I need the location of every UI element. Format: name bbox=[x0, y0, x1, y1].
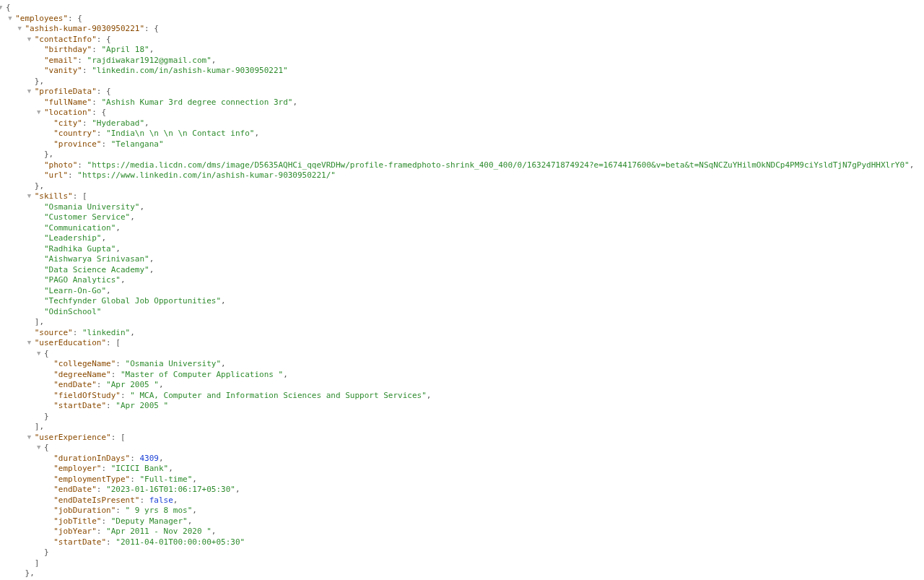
kv-degreeName: "degreeName": "Master of Computer Applic… bbox=[6, 370, 924, 381]
skill-item: "OdinSchool" bbox=[6, 307, 924, 318]
collapse-toggle[interactable]: ▼ bbox=[27, 86, 35, 97]
kv-edu-startDate: "startDate": "Apr 2005 " bbox=[6, 401, 924, 412]
kv-collegeName: "collegeName": "Osmania University", bbox=[6, 359, 924, 370]
collapse-toggle[interactable]: ▼ bbox=[27, 337, 35, 348]
kv-city: "city": "Hyderabad", bbox=[6, 118, 924, 129]
kv-birthday: "birthday": "April 18", bbox=[6, 45, 924, 56]
close-userEducation: ], bbox=[6, 422, 924, 433]
key-location: ▼"location": { bbox=[6, 108, 924, 118]
json-tree-viewer: ▼{ ▼"employees": { ▼"ashish-kumar-903095… bbox=[0, 0, 924, 580]
key-profileData: ▼"profileData": { bbox=[6, 87, 924, 98]
collapse-toggle[interactable]: ▼ bbox=[27, 432, 35, 443]
collapse-toggle[interactable]: ▼ bbox=[0, 2, 6, 13]
skill-item: "Techfynder Global Job Opportunities", bbox=[6, 296, 924, 307]
skill-item: "Radhika Gupta", bbox=[6, 244, 924, 255]
kv-photo: "photo": "https://media.licdn.com/dms/im… bbox=[6, 160, 924, 171]
skill-item: "Osmania University", bbox=[6, 202, 924, 213]
kv-employer: "employer": "ICICI Bank", bbox=[6, 464, 924, 475]
key-contactInfo: ▼"contactInfo": { bbox=[6, 35, 924, 46]
skill-item: "Aishwarya Srinivasan", bbox=[6, 254, 924, 265]
key-userExperience: ▼"userExperience": [ bbox=[6, 433, 924, 443]
skill-item: "Customer Service", bbox=[6, 212, 924, 223]
kv-source: "source": "linkedin", bbox=[6, 328, 924, 339]
kv-endDateIsPresent: "endDateIsPresent": false, bbox=[6, 495, 924, 506]
key-skills: ▼"skills": [ bbox=[6, 191, 924, 202]
edu-close: } bbox=[6, 412, 924, 423]
skill-item: "Leadership", bbox=[6, 233, 924, 244]
kv-country: "country": "India\n \n \n \n Contact inf… bbox=[6, 129, 924, 139]
close-location: }, bbox=[6, 150, 924, 160]
close-profileData: }, bbox=[6, 181, 924, 192]
kv-exp-endDate: "endDate": "2023-01-16T01:06:17+05:30", bbox=[6, 485, 924, 495]
key-userEducation: ▼"userEducation": [ bbox=[6, 338, 924, 349]
kv-province: "province": "Telangana" bbox=[6, 139, 924, 150]
close-employee-id: }, bbox=[6, 568, 924, 579]
skill-item: "Learn-On-Go", bbox=[6, 286, 924, 297]
kv-email: "email": "rajdiwakar1912@gmail.com", bbox=[6, 56, 924, 66]
kv-jobDuration: "jobDuration": " 9 yrs 8 mos", bbox=[6, 506, 924, 516]
kv-edu-endDate: "endDate": "Apr 2005 ", bbox=[6, 380, 924, 391]
exp-close: } bbox=[6, 547, 924, 558]
close-skills: ], bbox=[6, 317, 924, 328]
collapse-toggle[interactable]: ▼ bbox=[18, 23, 25, 34]
kv-jobTitle: "jobTitle": "Deputy Manager", bbox=[6, 516, 924, 527]
brace-open: ▼{ bbox=[6, 3, 924, 14]
kv-fullName: "fullName": "Ashish Kumar 3rd degree con… bbox=[6, 98, 924, 108]
kv-jobYear: "jobYear": "Apr 2011 - Nov 2020 ", bbox=[6, 527, 924, 537]
collapse-toggle[interactable]: ▼ bbox=[8, 13, 15, 24]
key-employees: ▼"employees": { bbox=[6, 14, 924, 25]
exp-open: ▼{ bbox=[6, 443, 924, 454]
skill-item: "Communication", bbox=[6, 223, 924, 234]
skill-item: "Data Science Academy", bbox=[6, 265, 924, 276]
collapse-toggle[interactable]: ▼ bbox=[37, 107, 44, 118]
skill-item: "PAGO Analytics", bbox=[6, 275, 924, 286]
collapse-toggle[interactable]: ▼ bbox=[27, 191, 35, 202]
kv-durationInDays: "durationInDays": 4309, bbox=[6, 454, 924, 464]
collapse-toggle[interactable]: ▼ bbox=[37, 348, 44, 359]
kv-vanity: "vanity": "linkedin.com/in/ashish-kumar-… bbox=[6, 66, 924, 77]
close-contactInfo: }, bbox=[6, 77, 924, 87]
edu-open: ▼{ bbox=[6, 349, 924, 360]
close-userExperience: ] bbox=[6, 558, 924, 569]
kv-exp-startDate: "startDate": "2011-04-01T00:00:00+05:30" bbox=[6, 537, 924, 548]
collapse-toggle[interactable]: ▼ bbox=[37, 442, 44, 453]
collapse-toggle[interactable]: ▼ bbox=[27, 34, 35, 45]
key-employee-id: ▼"ashish-kumar-9030950221": { bbox=[6, 24, 924, 35]
kv-fieldOfStudy: "fieldOfStudy": " MCA, Computer and Info… bbox=[6, 391, 924, 402]
kv-employmentType: "employmentType": "Full-time", bbox=[6, 475, 924, 485]
kv-url: "url": "https://www.linkedin.com/in/ashi… bbox=[6, 170, 924, 181]
